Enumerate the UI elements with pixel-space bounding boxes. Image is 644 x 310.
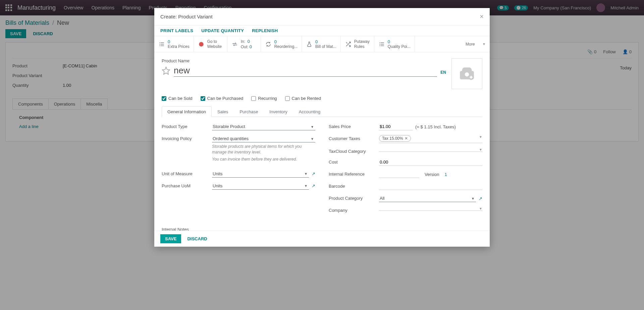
modal-title: Create: Product Variant xyxy=(160,14,213,19)
flask-icon xyxy=(306,41,313,48)
stat-bom[interactable]: 0Bill of Mat... xyxy=(302,36,341,52)
modal-action-bar: PRINT LABELS UPDATE QUANTITY REPLENISH xyxy=(154,25,490,36)
refresh-icon xyxy=(265,41,272,48)
svg-point-6 xyxy=(199,42,204,47)
update-quantity-button[interactable]: UPDATE QUANTITY xyxy=(201,28,244,33)
print-labels-button[interactable]: PRINT LABELS xyxy=(160,28,193,33)
tax-tag[interactable]: Tax 15.00%✕ xyxy=(379,135,411,142)
sales-price-label: Sales Price xyxy=(329,123,379,129)
svg-rect-1 xyxy=(161,42,164,43)
product-type-select[interactable]: Storable Product xyxy=(212,123,315,130)
transfer-icon xyxy=(231,41,238,48)
chevron-down-icon: ▼ xyxy=(482,42,486,46)
tab-inventory[interactable]: Inventory xyxy=(264,106,293,117)
svg-rect-3 xyxy=(161,44,164,45)
tab-accounting[interactable]: Accounting xyxy=(293,106,326,117)
svg-rect-12 xyxy=(381,45,384,46)
product-type-label: Product Type xyxy=(162,123,212,129)
can-be-rented-checkbox[interactable]: Can be Rented xyxy=(285,96,321,101)
remove-tax-icon[interactable]: ✕ xyxy=(405,136,408,141)
create-variant-modal: Create: Product Variant × PRINT LABELS U… xyxy=(154,8,490,145)
stat-putaway[interactable]: PutawayRules xyxy=(341,36,374,52)
form-tabs: General Information Sales Purchase Inven… xyxy=(162,106,482,117)
svg-rect-4 xyxy=(159,45,160,46)
list-icon xyxy=(378,41,385,48)
close-icon[interactable]: × xyxy=(480,13,484,20)
stat-quality[interactable]: 0Quality Poi... xyxy=(374,36,415,52)
modal-header: Create: Product Variant × xyxy=(154,8,490,25)
can-be-sold-checkbox[interactable]: Can be Sold xyxy=(162,96,193,101)
svg-rect-9 xyxy=(379,44,380,45)
list-icon xyxy=(158,41,165,48)
help-text: Storable products are physical items for… xyxy=(212,144,315,145)
star-icon[interactable] xyxy=(162,66,170,75)
shuffle-icon xyxy=(345,41,352,48)
stat-more[interactable]: More ▼ xyxy=(415,36,490,52)
svg-rect-2 xyxy=(159,44,160,45)
stat-transfers[interactable]: In: 0 Out: 0 xyxy=(227,36,261,52)
stat-go-to-website[interactable]: Go toWebsite xyxy=(194,36,227,52)
tab-purchase[interactable]: Purchase xyxy=(234,106,264,117)
svg-rect-10 xyxy=(381,44,384,45)
product-name-label: Product Name xyxy=(162,58,446,63)
chevron-down-icon[interactable]: ▼ xyxy=(479,135,482,142)
replenish-button[interactable]: REPLENISH xyxy=(252,28,278,33)
svg-rect-7 xyxy=(379,42,380,43)
globe-icon xyxy=(198,41,205,48)
recurring-checkbox[interactable]: Recurring xyxy=(251,96,277,101)
stat-extra-prices[interactable]: 0Extra Prices xyxy=(154,36,194,52)
stat-buttons: 0Extra Prices Go toWebsite In: 0 Out: 0 xyxy=(154,36,490,52)
sales-price-input[interactable] xyxy=(379,123,413,130)
incl-tax-label: (= $ 1.15 Incl. Taxes) xyxy=(415,124,456,129)
svg-marker-13 xyxy=(162,67,170,74)
modal-overlay: Create: Product Variant × PRINT LABELS U… xyxy=(0,0,644,145)
lang-badge[interactable]: EN xyxy=(440,70,446,77)
can-be-purchased-checkbox[interactable]: Can be Purchased xyxy=(201,96,244,101)
tab-general[interactable]: General Information xyxy=(162,106,212,117)
customer-taxes-label: Customer Taxes xyxy=(329,135,379,141)
product-name-input[interactable] xyxy=(174,65,437,77)
stat-reordering[interactable]: 0Reordering... xyxy=(261,36,302,52)
tab-sales[interactable]: Sales xyxy=(212,106,234,117)
svg-rect-11 xyxy=(379,45,380,46)
svg-point-14 xyxy=(465,72,469,77)
svg-rect-8 xyxy=(381,42,384,43)
product-image-placeholder[interactable] xyxy=(451,58,482,89)
svg-rect-0 xyxy=(159,42,160,43)
invoicing-policy-select[interactable]: Ordered quantities xyxy=(212,135,315,142)
svg-rect-5 xyxy=(161,45,164,46)
invoicing-policy-label: Invoicing Policy xyxy=(162,135,212,141)
